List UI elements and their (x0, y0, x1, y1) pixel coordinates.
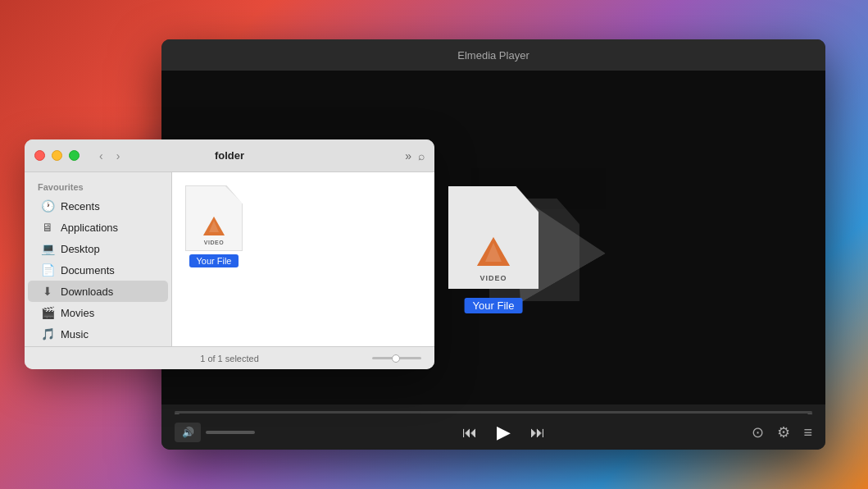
progress-right: – (807, 408, 812, 417)
file-item[interactable]: VIDEO Your File (185, 185, 243, 267)
finder-sidebar: Favourites 🕐 Recents 🖥 Applications 💻 De… (25, 172, 172, 346)
sidebar-section-label: Favourites (25, 179, 171, 195)
file-icon-fold (225, 186, 242, 203)
documents-icon: 📄 (41, 263, 54, 276)
prev-button[interactable]: ⏮ (462, 424, 477, 441)
music-icon: 🎵 (41, 327, 54, 340)
progress-bar[interactable]: – – (175, 411, 812, 414)
file-icon-logo (201, 214, 227, 237)
finder-window: ‹ › folder » ⌕ Favourites 🕐 Recents 🖥 Ap… (25, 139, 434, 369)
progress-left: – (175, 408, 180, 417)
zoom-slider[interactable] (372, 357, 421, 359)
sidebar-item-label-applications: Applications (61, 222, 118, 234)
finder-nav: ‹ › (96, 148, 123, 164)
player-file-icon: VIDEO (448, 186, 539, 289)
sidebar-item-downloads[interactable]: ⬇ Downloads (28, 281, 168, 302)
slider-thumb (392, 354, 400, 363)
settings-button[interactable]: ⚙ (777, 423, 790, 441)
play-button[interactable]: ▶ (497, 422, 511, 443)
movies-icon: 🎬 (41, 306, 54, 319)
file-type-label: VIDEO (204, 240, 224, 245)
volume-icon: 🔊 (182, 427, 194, 438)
controls-row: 🔊 ⏮ ▶ ⏭ ⊙ ⚙ ≡ (175, 422, 812, 443)
desktop-icon: 💻 (41, 242, 54, 255)
close-button[interactable] (34, 150, 45, 161)
sidebar-item-label-documents: Documents (61, 264, 115, 276)
volume-bar[interactable] (206, 431, 255, 434)
forward-arrow[interactable]: › (113, 148, 124, 164)
sidebar-item-recents[interactable]: 🕐 Recents (28, 195, 168, 217)
finder-actions: » ⌕ (405, 149, 425, 162)
finder-body: Favourites 🕐 Recents 🖥 Applications 💻 De… (25, 172, 434, 346)
player-titlebar: Elmedia Player (161, 39, 825, 71)
more-actions-button[interactable]: » (405, 149, 411, 162)
airplay-button[interactable]: ⊙ (752, 423, 764, 441)
volume-section: 🔊 (175, 423, 255, 442)
player-title: Elmedia Player (457, 49, 529, 62)
finder-content: VIDEO Your File (172, 172, 434, 346)
finder-statusbar: 1 of 1 selected (25, 346, 434, 369)
playlist-button[interactable]: ≡ (803, 424, 812, 441)
sidebar-item-music[interactable]: 🎵 Music (28, 323, 168, 345)
sidebar-item-label-downloads: Downloads (61, 286, 113, 298)
back-arrow[interactable]: ‹ (96, 148, 107, 164)
next-button[interactable]: ⏭ (530, 424, 545, 441)
recents-icon: 🕐 (41, 199, 54, 213)
sidebar-item-label-music: Music (61, 328, 89, 340)
volume-button[interactable]: 🔊 (175, 423, 201, 442)
sidebar-item-documents[interactable]: 📄 Documents (28, 259, 168, 281)
file-icon: VIDEO (185, 185, 243, 251)
player-file-type: VIDEO (479, 274, 507, 282)
minimize-button[interactable] (52, 150, 62, 161)
applications-icon: 🖥 (41, 221, 54, 234)
maximize-button[interactable] (69, 150, 80, 161)
sidebar-item-movies[interactable]: 🎬 Movies (28, 302, 168, 323)
sidebar-item-label-movies: Movies (61, 307, 94, 319)
finder-titlebar: ‹ › folder » ⌕ (25, 139, 434, 172)
right-controls: ⊙ ⚙ ≡ (752, 423, 812, 441)
sidebar-item-label-desktop: Desktop (61, 243, 100, 255)
playback-controls: ⏮ ▶ ⏭ (462, 422, 545, 443)
player-controls: – – 🔊 ⏮ ▶ ⏭ ⊙ ⚙ ≡ (161, 404, 825, 450)
finder-folder-name: folder (215, 149, 244, 162)
search-button[interactable]: ⌕ (418, 149, 425, 162)
downloads-icon: ⬇ (41, 285, 54, 298)
file-name-badge: Your File (189, 254, 238, 267)
sidebar-item-applications[interactable]: 🖥 Applications (28, 217, 168, 238)
sidebar-item-desktop[interactable]: 💻 Desktop (28, 238, 168, 259)
sidebar-item-label-recents: Recents (61, 200, 100, 213)
player-file-label: Your File (465, 298, 523, 313)
status-text: 1 of 1 selected (200, 354, 259, 363)
slider-track[interactable] (372, 357, 421, 359)
